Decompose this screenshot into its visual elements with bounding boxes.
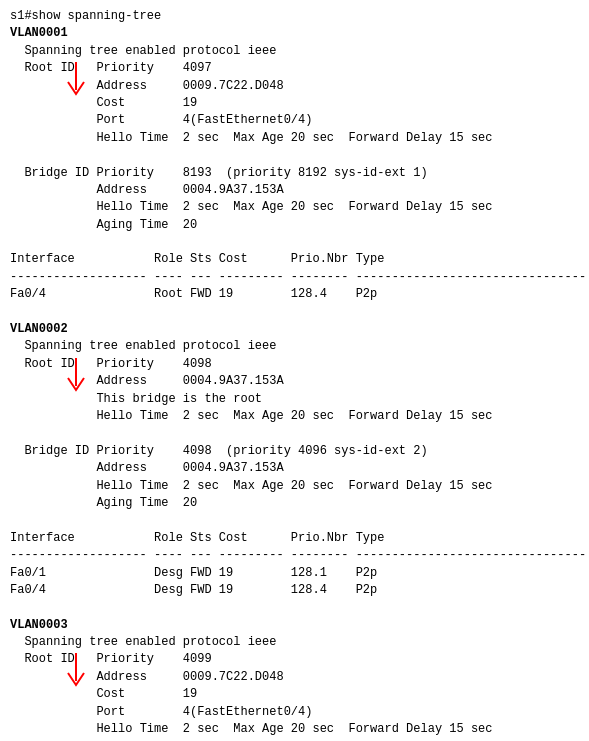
- vlan2-bridgeid-hello: Hello Time 2 sec Max Age 20 sec Forward …: [10, 478, 579, 495]
- vlan2-rootid-thisbridge: This bridge is the root: [10, 391, 579, 408]
- vlan2-row0: Fa0/1 Desg FWD 19 128.1 P2p: [10, 565, 579, 582]
- vlan2-rootid-label: Root ID Priority 4098: [10, 356, 579, 373]
- vlan1-rootid-port: Port 4(FastEthernet0/4): [10, 112, 579, 129]
- vlan1-blank1: [10, 147, 579, 164]
- vlan2-rootid-hello: Hello Time 2 sec Max Age 20 sec Forward …: [10, 408, 579, 425]
- vlan1-rootid-address: Address 0009.7C22.D048: [10, 78, 579, 95]
- command-line: s1#show spanning-tree: [10, 8, 579, 25]
- vlan1-rootid-cost: Cost 19: [10, 95, 579, 112]
- vlan3-rootid-block: Root ID Priority 4099 Address 0009.7C22.…: [10, 651, 579, 738]
- content-wrapper: s1#show spanning-tree VLAN0001 Spanning …: [10, 8, 579, 741]
- vlan2-label: VLAN0002: [10, 321, 579, 338]
- vlan3-rootid-port: Port 4(FastEthernet0/4): [10, 704, 579, 721]
- vlan3-spanning: Spanning tree enabled protocol ieee: [10, 634, 579, 651]
- vlan1-spanning: Spanning tree enabled protocol ieee: [10, 43, 579, 60]
- vlan1-row0: Fa0/4 Root FWD 19 128.4 P2p: [10, 286, 579, 303]
- vlan2-spanning: Spanning tree enabled protocol ieee: [10, 338, 579, 355]
- vlan1-rootid-label: Root ID Priority 4097: [10, 60, 579, 77]
- vlan2-bridgeid-aging: Aging Time 20: [10, 495, 579, 512]
- vlan2-table-header: Interface Role Sts Cost Prio.Nbr Type: [10, 530, 579, 547]
- vlan1-blank2: [10, 234, 579, 251]
- vlan2-row1: Fa0/4 Desg FWD 19 128.4 P2p: [10, 582, 579, 599]
- vlan1-divider: ------------------- ---- --- --------- -…: [10, 269, 579, 286]
- vlan2-rootid-address: Address 0004.9A37.153A: [10, 373, 579, 390]
- vlan3-section: VLAN0003 Spanning tree enabled protocol …: [10, 617, 579, 741]
- vlan1-bridgeid-label: Bridge ID Priority 8193 (priority 8192 s…: [10, 165, 579, 182]
- vlan2-section: VLAN0002 Spanning tree enabled protocol …: [10, 321, 579, 617]
- vlan2-blank2: [10, 512, 579, 529]
- vlan1-blank3: [10, 304, 579, 321]
- vlan2-bridgeid-address: Address 0004.9A37.153A: [10, 460, 579, 477]
- vlan1-section: VLAN0001 Spanning tree enabled protocol …: [10, 25, 579, 321]
- vlan1-table-header: Interface Role Sts Cost Prio.Nbr Type: [10, 251, 579, 268]
- vlan1-rootid-hello: Hello Time 2 sec Max Age 20 sec Forward …: [10, 130, 579, 147]
- vlan3-rootid-cost: Cost 19: [10, 686, 579, 703]
- terminal: s1#show spanning-tree VLAN0001 Spanning …: [0, 0, 589, 741]
- vlan2-blank3: [10, 599, 579, 616]
- vlan1-label: VLAN0001: [10, 25, 579, 42]
- vlan1-bridgeid-hello: Hello Time 2 sec Max Age 20 sec Forward …: [10, 199, 579, 216]
- vlan3-rootid-hello: Hello Time 2 sec Max Age 20 sec Forward …: [10, 721, 579, 738]
- vlan3-label: VLAN0003: [10, 617, 579, 634]
- vlan3-rootid-address: Address 0009.7C22.D048: [10, 669, 579, 686]
- vlan2-rootid-block: Root ID Priority 4098 Address 0004.9A37.…: [10, 356, 579, 426]
- vlan1-bridgeid-aging: Aging Time 20: [10, 217, 579, 234]
- vlan2-blank1: [10, 425, 579, 442]
- vlan1-rootid-block: Root ID Priority 4097 Address 0009.7C22.…: [10, 60, 579, 147]
- vlan1-bridgeid-address: Address 0004.9A37.153A: [10, 182, 579, 199]
- vlan2-bridgeid-label: Bridge ID Priority 4098 (priority 4096 s…: [10, 443, 579, 460]
- vlan2-divider: ------------------- ---- --- --------- -…: [10, 547, 579, 564]
- vlan3-rootid-label: Root ID Priority 4099: [10, 651, 579, 668]
